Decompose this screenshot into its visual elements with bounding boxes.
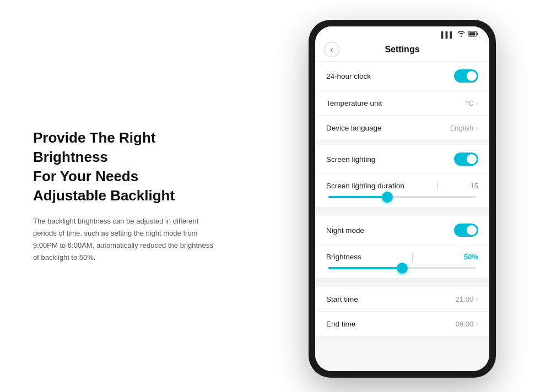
setting-item-clock[interactable]: 24-hour clock	[315, 62, 489, 91]
setting-item-start-time[interactable]: Start time 21:00 ›	[315, 287, 489, 312]
screen-duration-value: 15	[471, 182, 478, 190]
end-time-value: 06:00 ›	[456, 319, 478, 328]
setting-item-temperature[interactable]: Temperature unit °C ›	[315, 91, 489, 116]
phone-inner: ▌▌▌	[315, 26, 489, 371]
brightness-thumb[interactable]	[397, 263, 408, 274]
end-time-label: End time	[326, 320, 355, 328]
description: The backlight brightness can be adjusted…	[33, 215, 220, 264]
wifi-icon	[457, 31, 465, 38]
setting-item-language[interactable]: Device language English ›	[315, 116, 489, 140]
screen-duration-separator: |	[436, 181, 439, 190]
start-time-value: 21:00 ›	[456, 295, 478, 303]
language-chevron: ›	[476, 123, 478, 132]
language-value: English ›	[450, 123, 478, 132]
brightness-label: Brightness	[326, 253, 361, 261]
screen-duration-section: Screen lighting duration | 15	[315, 174, 489, 211]
screen-duration-label: Screen lighting duration	[326, 182, 404, 190]
start-time-chevron: ›	[476, 295, 478, 303]
phone-wrapper: ▌▌▌	[253, 0, 551, 392]
temperature-label: Temperature unit	[326, 99, 382, 107]
setting-item-night-mode[interactable]: Night mode	[315, 216, 489, 245]
brightness-value: 50%	[464, 253, 478, 261]
status-bar: ▌▌▌	[315, 26, 489, 40]
brightness-section: Brightness | 50%	[315, 245, 489, 282]
clock-label: 24-hour clock	[326, 72, 371, 80]
screen-lighting-label: Screen lighting	[326, 155, 375, 164]
end-time-chevron: ›	[476, 319, 478, 328]
svg-rect-1	[469, 32, 476, 36]
svg-rect-2	[477, 33, 478, 35]
screen-duration-fill	[328, 196, 387, 198]
night-mode-toggle[interactable]	[454, 224, 478, 237]
night-mode-label: Night mode	[326, 226, 364, 235]
start-time-label: Start time	[326, 295, 358, 303]
setting-item-end-time[interactable]: End time 06:00 ›	[315, 312, 489, 336]
back-button[interactable]	[324, 42, 339, 57]
language-label: Device language	[326, 124, 382, 132]
temperature-value: °C ›	[466, 99, 478, 107]
setting-item-screen-lighting[interactable]: Screen lighting	[315, 145, 489, 174]
clock-toggle[interactable]	[454, 69, 478, 83]
settings-list: 24-hour clock Temperature unit °C › Devi…	[315, 62, 489, 371]
temperature-chevron: ›	[476, 99, 478, 107]
left-panel: Provide The Right BrightnessFor Your Nee…	[0, 106, 253, 286]
brightness-track[interactable]	[328, 267, 476, 269]
phone: ▌▌▌	[309, 20, 496, 378]
brightness-header: Brightness | 50%	[326, 252, 478, 262]
brightness-fill	[328, 267, 402, 269]
slider-header: Screen lighting duration | 15	[326, 181, 478, 190]
headline: Provide The Right BrightnessFor Your Nee…	[33, 128, 220, 205]
nav-title: Settings	[385, 45, 419, 55]
screen-lighting-toggle[interactable]	[454, 153, 478, 166]
screen-duration-thumb[interactable]	[382, 192, 393, 203]
signal-icon: ▌▌▌	[441, 31, 454, 38]
screen-duration-track[interactable]	[328, 196, 476, 198]
battery-icon	[468, 31, 478, 38]
nav-bar: Settings	[315, 40, 489, 62]
